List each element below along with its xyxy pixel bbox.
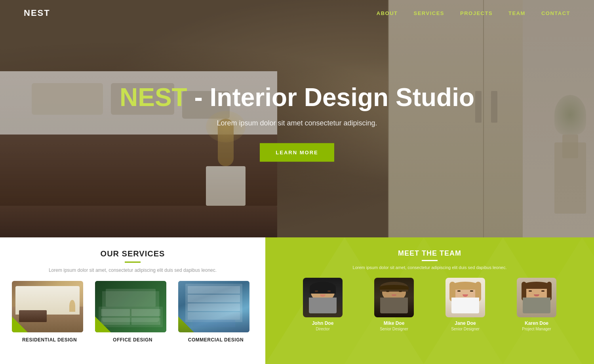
service-office-label: OFFICE DESIGN (95, 337, 170, 343)
navbar: NEST ABOUT SERVICES PROJECTS TEAM CONTAC… (0, 0, 594, 26)
service-commercial-image (178, 281, 249, 332)
member-john-role: Director (291, 327, 354, 331)
service-commercial-corner (178, 317, 194, 332)
services-panel: OUR SERVICES Lorem ipsum dolor sit amet,… (0, 237, 265, 364)
service-residential: RESIDENTIAL DESIGN (12, 281, 87, 343)
nav-links: ABOUT SERVICES PROJECTS TEAM CONTACT (377, 9, 570, 17)
bottom-section: OUR SERVICES Lorem ipsum dolor sit amet,… (0, 237, 594, 364)
member-jane-role: Senior Designer (434, 327, 497, 331)
nav-services[interactable]: SERVICES (413, 10, 444, 16)
member-karen-name: Karen Doe (505, 320, 568, 326)
team-members: John Doe Director (281, 278, 578, 331)
team-subtitle: Lorem ipsum dolor sit amet, consectetur … (281, 265, 578, 270)
hero-title: NEST - Interior Design Studio (120, 83, 474, 111)
hero-title-brand: NEST (120, 83, 187, 112)
member-jane-name: Jane Doe (434, 320, 497, 326)
member-karen-role: Project Manager (505, 327, 568, 331)
brand-logo: NEST (24, 8, 50, 18)
team-panel: MEET THE TEAM Lorem ipsum dolor sit amet… (265, 237, 594, 364)
avatar-mike (374, 278, 414, 317)
service-office: OFFICE DESIGN (95, 281, 170, 343)
services-grid: RESIDENTIAL DESIGN OFFICE DESIGN (12, 281, 253, 343)
member-john-name: John Doe (291, 320, 354, 326)
avatar-karen (517, 278, 556, 317)
team-member-mike: Mike Doe Senior Designer (362, 278, 426, 331)
hero-content: NEST - Interior Design Studio Lorem ipsu… (120, 83, 474, 162)
avatar-john (303, 278, 343, 317)
hero-section: NEST ABOUT SERVICES PROJECTS TEAM CONTAC… (0, 0, 594, 237)
learn-more-button[interactable]: LEARN MORE (260, 143, 334, 162)
team-member-john: John Doe Director (291, 278, 354, 331)
avatar-jane (446, 278, 485, 317)
hero-title-dash: - (187, 83, 210, 112)
services-title: OUR SERVICES (12, 249, 253, 258)
hero-subtitle: Lorem ipsum dolor sit amet consectetur a… (120, 119, 474, 127)
service-commercial: COMMERCIAL DESIGN (178, 281, 253, 343)
hero-title-main: Interior Design Studio (210, 83, 474, 112)
service-residential-label: RESIDENTIAL DESIGN (12, 337, 87, 343)
nav-team[interactable]: TEAM (508, 10, 525, 16)
nav-about[interactable]: ABOUT (377, 10, 398, 16)
team-title: MEET THE TEAM (281, 249, 578, 258)
team-underline (422, 260, 438, 261)
services-subtitle: Lorem ipsum dolor sit amet, consectetur … (12, 267, 253, 273)
member-mike-name: Mike Doe (362, 320, 426, 326)
nav-projects[interactable]: PROJECTS (460, 10, 493, 16)
service-residential-image (12, 281, 83, 332)
services-underline (125, 262, 141, 263)
team-member-karen: Karen Doe Project Manager (505, 278, 568, 331)
team-member-jane: Jane Doe Senior Designer (434, 278, 497, 331)
service-office-image (95, 281, 166, 332)
service-commercial-label: COMMERCIAL DESIGN (178, 337, 253, 343)
team-content: MEET THE TEAM Lorem ipsum dolor sit amet… (281, 249, 578, 331)
nav-contact[interactable]: CONTACT (541, 10, 570, 16)
member-mike-role: Senior Designer (362, 327, 426, 331)
